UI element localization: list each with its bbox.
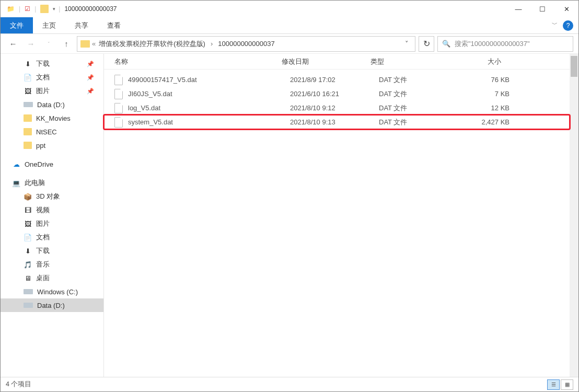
file-row[interactable]: 499000157417_V5.dat2021/8/9 17:02DAT 文件7… (104, 73, 570, 87)
cloud-icon: ☁ (12, 160, 20, 168)
tab-view[interactable]: 查看 (98, 17, 130, 33)
sidebar-item-label: Data (D:) (37, 101, 65, 109)
divider: | (19, 5, 20, 13)
forward-button[interactable]: → (24, 37, 38, 51)
folder-icon (80, 40, 90, 48)
item-icon: 📄 (24, 234, 32, 241)
drive-icon (24, 102, 33, 107)
file-row[interactable]: JI60JS_V5.dat2021/6/10 16:21DAT 文件7 KB (104, 87, 570, 101)
sidebar-item-label: 桌面 (36, 273, 50, 283)
chevron-right-icon[interactable]: › (209, 40, 215, 48)
dropdown-icon[interactable]: ▾ (53, 6, 55, 11)
sidebar-item-label: 图片 (36, 86, 50, 96)
sidebar-item[interactable]: NtSEC (1, 125, 103, 139)
file-date: 2021/8/10 9:12 (290, 104, 379, 112)
ribbon-tabs: 文件 主页 共享 查看 ﹀ ? (1, 17, 578, 34)
sidebar-item-label: 3D 对象 (36, 192, 60, 201)
sidebar-item[interactable]: 🖼图片📌 (1, 84, 103, 98)
pin-icon: 📌 (87, 61, 94, 67)
item-icon: 🎞 (24, 206, 32, 214)
drive-icon (24, 289, 33, 294)
sidebar-item[interactable]: 🎵音乐 (1, 258, 103, 271)
file-name: system_V5.dat (128, 118, 290, 126)
file-name: log_V5.dat (128, 104, 290, 112)
title-bar: 📁 | ☑ | ▾ | 100000000000037 ― ☐ ✕ (1, 1, 578, 17)
sidebar-item-label: Windows (C:) (37, 288, 78, 296)
file-list: 名称 修改日期 类型 大小 499000157417_V5.dat2021/8/… (104, 54, 570, 377)
item-icon: 🖼 (24, 220, 32, 227)
sidebar-item[interactable]: ppt (1, 139, 103, 152)
sidebar-item-label: 音乐 (36, 260, 50, 269)
sidebar-item[interactable]: Windows (C:) (1, 285, 103, 298)
sidebar-item[interactable]: Data (D:) (1, 98, 103, 111)
back-button[interactable]: ← (6, 37, 20, 51)
scrollbar-thumb[interactable] (571, 56, 577, 77)
file-type: DAT 文件 (379, 118, 457, 127)
sidebar-item[interactable]: Data (D:) (1, 298, 103, 312)
sidebar-item[interactable]: 🎞视频 (1, 203, 103, 217)
tab-home[interactable]: 主页 (33, 17, 65, 33)
item-icon: 🖥 (24, 274, 32, 282)
column-headers: 名称 修改日期 类型 大小 (104, 54, 570, 70)
col-type[interactable]: 类型 (370, 57, 449, 66)
sidebar-item[interactable]: 🖼图片 (1, 217, 103, 230)
col-date[interactable]: 修改日期 (282, 57, 370, 66)
sidebar-item-label: ppt (36, 142, 45, 149)
col-size[interactable]: 大小 (449, 57, 517, 66)
tab-file[interactable]: 文件 (1, 17, 33, 33)
search-placeholder: 搜索"100000000000037" (455, 39, 530, 49)
refresh-button[interactable]: ↻ (419, 36, 434, 52)
scrollbar[interactable] (570, 54, 578, 377)
sidebar: ⬇下载📌📄文档📌🖼图片📌Data (D:)KK_MoviesNtSECppt ☁… (1, 54, 104, 377)
file-type: DAT 文件 (379, 103, 457, 113)
sidebar-item-label: KK_Movies (36, 114, 71, 122)
address-bar[interactable]: « 增值税发票税控开票软件(税控盘版) › 100000000000037 ˅ (77, 36, 415, 52)
file-icon (114, 103, 123, 113)
sidebar-item[interactable]: ⬇下载📌 (1, 57, 103, 71)
ribbon-collapse-icon[interactable]: ﹀ (552, 20, 558, 28)
file-icon (114, 75, 123, 85)
tab-share[interactable]: 共享 (65, 17, 98, 33)
item-icon: 🖼 (24, 87, 32, 95)
icons-view-button[interactable]: ▦ (561, 379, 573, 390)
sidebar-item[interactable]: 📄文档📌 (1, 71, 103, 84)
item-icon: ⬇ (24, 60, 32, 67)
folder-icon (24, 114, 32, 122)
file-date: 2021/8/9 17:02 (290, 76, 379, 84)
up-button[interactable]: ↑ (59, 37, 74, 51)
item-count: 4 个项目 (6, 380, 31, 389)
sidebar-item[interactable]: KK_Movies (1, 111, 103, 125)
col-name[interactable]: 名称 (114, 57, 282, 66)
file-row[interactable]: system_V5.dat2021/8/10 9:13DAT 文件2,427 K… (104, 115, 570, 129)
breadcrumb-prefix: « (92, 40, 96, 48)
breadcrumb-current[interactable]: 100000000000037 (217, 40, 275, 48)
file-size: 7 KB (457, 90, 525, 98)
breadcrumb-parent[interactable]: 增值税发票税控开票软件(税控盘版) (98, 39, 206, 49)
sidebar-this-pc[interactable]: 💻 此电脑 (1, 176, 103, 190)
maximize-button[interactable]: ☐ (530, 1, 554, 17)
sidebar-item[interactable]: 📦3D 对象 (1, 190, 103, 203)
close-button[interactable]: ✕ (554, 1, 578, 17)
drive-icon (24, 303, 33, 308)
search-input[interactable]: 🔍 搜索"100000000000037" (437, 36, 573, 52)
sidebar-item[interactable]: ⬇下载 (1, 244, 103, 258)
sidebar-item-label: 文档 (36, 233, 50, 242)
sidebar-onedrive[interactable]: ☁ OneDrive (1, 157, 103, 171)
address-dropdown-icon[interactable]: ˅ (402, 40, 412, 48)
item-icon: 🎵 (24, 261, 32, 268)
window-title: 100000000000037 (64, 5, 117, 13)
help-button[interactable]: ? (563, 20, 573, 31)
item-icon: ⬇ (24, 247, 32, 255)
file-icon (114, 89, 123, 99)
recent-dropdown[interactable]: ˅ (41, 37, 56, 51)
checkbox-icon[interactable]: ☑ (25, 5, 30, 13)
file-size: 2,427 KB (457, 118, 525, 126)
pin-icon: 📌 (87, 74, 94, 81)
nav-bar: ← → ˅ ↑ « 增值税发票税控开票软件(税控盘版) › 1000000000… (1, 34, 578, 54)
details-view-button[interactable]: ☰ (547, 379, 560, 390)
file-size: 12 KB (457, 104, 525, 112)
file-row[interactable]: log_V5.dat2021/8/10 9:12DAT 文件12 KB (104, 101, 570, 115)
minimize-button[interactable]: ― (506, 1, 530, 17)
sidebar-item[interactable]: 🖥桌面 (1, 271, 103, 285)
sidebar-item[interactable]: 📄文档 (1, 230, 103, 244)
